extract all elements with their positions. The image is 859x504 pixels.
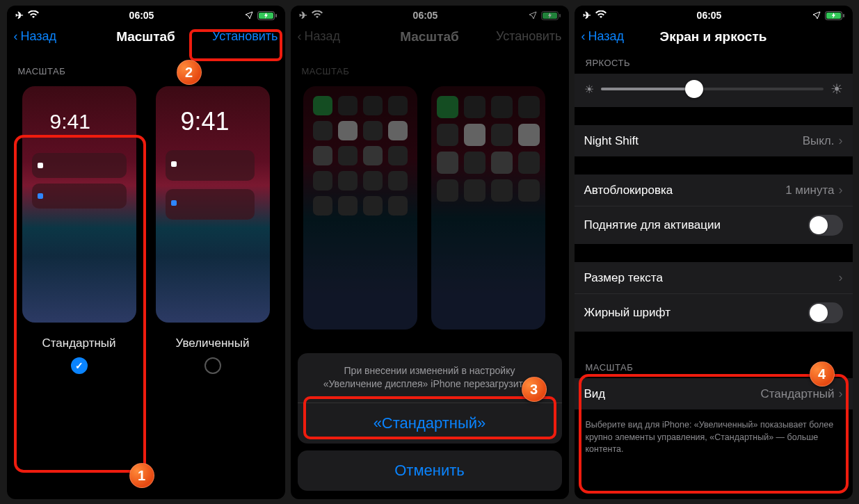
cell-raise-to-wake[interactable]: Поднятие для активации <box>575 206 853 244</box>
chevron-right-icon: › <box>839 270 843 285</box>
text-size-label: Размер текста <box>584 271 663 285</box>
view-value: Стандартный <box>760 387 834 401</box>
badge-4: 4 <box>810 361 835 387</box>
status-bar: ✈︎ 06:05 <box>575 6 853 22</box>
zoom-options: 9:41 Стандартный 9:41 Увеличенный <box>7 82 285 382</box>
location-icon <box>245 11 253 19</box>
option-zoomed[interactable]: 9:41 Увеличенный <box>153 86 273 374</box>
back-label: Назад <box>21 29 57 44</box>
sun-small-icon: ☀︎ <box>584 83 594 96</box>
back-button[interactable]: ‹ Назад <box>581 29 625 44</box>
autolock-value: 1 минута <box>785 184 834 197</box>
cell-night-shift[interactable]: Night Shift Выкл.› <box>575 125 853 156</box>
page-title: Масштаб <box>116 29 175 44</box>
nav-bar: ‹ Назад Масштаб Установить <box>7 22 285 54</box>
battery-icon <box>825 11 844 20</box>
airplane-icon: ✈︎ <box>15 10 24 21</box>
screen-2-action-sheet: ✈︎ 06:05 ‹ Назад Масштаб Установить МАСШ… <box>291 6 569 499</box>
badge-2: 2 <box>177 60 202 85</box>
sheet-cancel-button[interactable]: Отменить <box>298 450 562 491</box>
preview-zoomed: 9:41 <box>156 86 270 323</box>
view-label: Вид <box>584 387 606 401</box>
chevron-left-icon: ‹ <box>581 29 586 44</box>
cell-bold-text[interactable]: Жирный шрифт <box>575 294 853 332</box>
page-title: Экран и яркость <box>660 29 767 44</box>
night-shift-value: Выкл. <box>803 134 835 148</box>
radio-zoomed[interactable] <box>204 357 221 374</box>
svg-rect-8 <box>843 14 844 17</box>
sheet-message: При внесении изменений в настройку «Увел… <box>298 353 562 403</box>
section-header-brightness: ЯРКОСТЬ <box>575 54 853 74</box>
chevron-right-icon: › <box>839 133 843 148</box>
option-standard[interactable]: 9:41 Стандартный <box>19 86 139 374</box>
brightness-slider-row: ☀︎ ☀︎ <box>575 74 853 107</box>
location-icon <box>812 11 821 19</box>
preview-time: 9:41 <box>181 107 230 136</box>
set-button[interactable]: Установить <box>212 29 278 44</box>
status-bar: ✈︎ 06:05 <box>7 6 285 22</box>
footer-note: Выберите вид для iPhone: «Увеличенный» п… <box>575 414 853 466</box>
preview-standard: 9:41 <box>22 86 136 323</box>
screen-1-zoom-select: ✈︎ 06:05 ‹ Назад Масштаб Установить МАСШ… <box>7 6 285 499</box>
svg-rect-2 <box>275 14 277 17</box>
battery-icon <box>257 11 277 20</box>
chevron-right-icon: › <box>839 387 843 401</box>
sun-large-icon: ☀︎ <box>830 81 843 97</box>
chevron-right-icon: › <box>839 183 843 197</box>
radio-standard[interactable] <box>71 357 88 374</box>
section-header-zoom: МАСШТАБ <box>7 54 285 82</box>
bold-text-switch[interactable] <box>808 302 843 323</box>
wifi-icon <box>595 10 607 21</box>
badge-1: 1 <box>129 463 154 488</box>
option-label-zoomed: Увеличенный <box>176 336 250 350</box>
cell-text-size[interactable]: Размер текста › <box>575 262 853 294</box>
raise-to-wake-label: Поднятие для активации <box>584 218 721 232</box>
status-time: 06:05 <box>697 10 722 21</box>
wifi-icon <box>28 10 39 21</box>
bold-text-label: Жирный шрифт <box>584 306 671 320</box>
action-sheet: При внесении изменений в настройку «Увел… <box>298 353 562 491</box>
nav-bar: ‹ Назад Экран и яркость <box>575 22 853 54</box>
screen-3-display-brightness: ✈︎ 06:05 ‹ Назад Экран и яркость ЯРКОСТЬ… <box>575 6 853 499</box>
chevron-left-icon: ‹ <box>14 29 18 44</box>
night-shift-label: Night Shift <box>584 134 639 148</box>
sheet-confirm-button[interactable]: «Стандартный» <box>298 403 562 444</box>
cell-autolock[interactable]: Автоблокировка 1 минута› <box>575 174 853 206</box>
badge-3: 3 <box>522 377 547 402</box>
airplane-icon: ✈︎ <box>583 10 591 21</box>
back-button[interactable]: ‹ Назад <box>14 29 57 44</box>
option-label-standard: Стандартный <box>42 336 115 350</box>
back-label: Назад <box>588 29 625 44</box>
cell-view[interactable]: Вид Стандартный› <box>575 378 853 409</box>
autolock-label: Автоблокировка <box>584 184 673 197</box>
brightness-slider[interactable] <box>601 88 824 90</box>
raise-to-wake-switch[interactable] <box>808 215 843 236</box>
preview-time: 9:41 <box>50 110 90 133</box>
status-time: 06:05 <box>129 10 154 21</box>
